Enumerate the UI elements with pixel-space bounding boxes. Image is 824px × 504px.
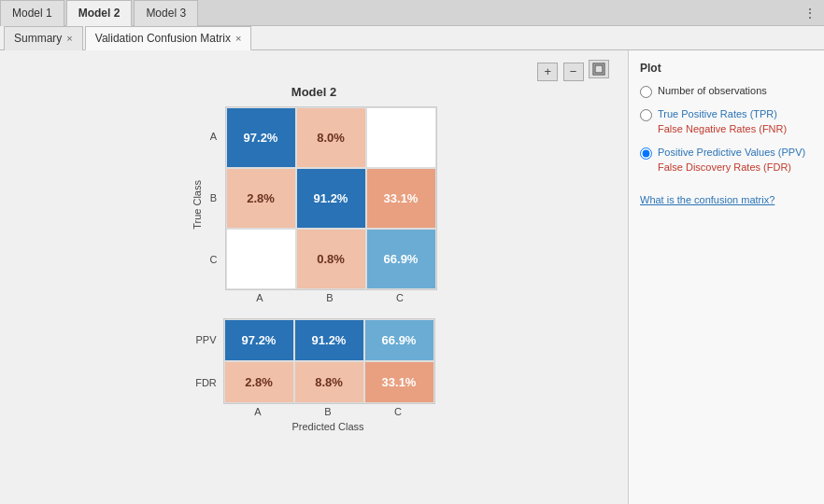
summary-row-label-FDR: FDR	[193, 361, 220, 403]
matrix-cell-0: 97.2%	[226, 107, 296, 168]
matrix-cell-5: 33.1%	[366, 168, 436, 229]
matrix-cell-8: 66.9%	[366, 229, 436, 289]
chart-title: Model 2	[291, 85, 336, 99]
radio-ppv-input[interactable]	[640, 147, 652, 160]
radio-ppv-label: Positive Predictive Values (PPV) False D…	[658, 146, 805, 175]
radio-tpr-fnr[interactable]: True Positive Rates (TPR) False Negative…	[640, 107, 813, 136]
matrix-cell-6	[226, 229, 296, 289]
summary-cell-5: 33.1%	[364, 361, 434, 403]
row-label-B: B	[206, 167, 221, 228]
summary-cell-3: 2.8%	[224, 361, 294, 403]
tab-summary[interactable]: Summary ×	[4, 26, 83, 50]
col-label-C: C	[365, 292, 435, 303]
tab-model1[interactable]: Model 1	[0, 0, 64, 26]
second-tab-bar: Summary × Validation Confusion Matrix ×	[0, 26, 824, 50]
svg-rect-1	[595, 65, 603, 73]
tab-validation[interactable]: Validation Confusion Matrix ×	[85, 26, 252, 50]
tab-validation-close[interactable]: ×	[235, 33, 241, 44]
radio-tpr-input[interactable]	[640, 109, 652, 121]
matrix-cell-1: 8.0%	[296, 107, 366, 168]
tab-model2[interactable]: Model 2	[66, 0, 133, 26]
panel-title: Plot	[640, 62, 813, 75]
confusion-matrix-grid: 97.2%8.0%2.8%91.2%33.1%0.8%66.9%	[225, 106, 437, 290]
summary-col-C: C	[363, 406, 433, 417]
toolbar-icons: + −	[535, 60, 609, 81]
zoom-out-button[interactable]: −	[563, 63, 584, 81]
radio-obs-label: Number of observations	[658, 84, 767, 98]
summary-col-labels: A B C	[223, 406, 433, 417]
y-axis-label: True Class	[192, 180, 203, 230]
col-labels: A B C	[225, 292, 435, 303]
col-label-A: A	[225, 292, 295, 303]
restore-button[interactable]	[589, 60, 609, 78]
matrix-cell-3: 2.8%	[226, 168, 296, 229]
matrix-cell-2	[366, 107, 436, 168]
summary-cell-1: 91.2%	[294, 319, 364, 361]
right-panel: Plot Number of observations True Positiv…	[628, 50, 824, 504]
x-axis-label: Predicted Class	[223, 421, 433, 432]
top-tab-bar: Model 1 Model 2 Model 3 ⋮	[0, 0, 824, 26]
matrix-cell-4: 91.2%	[296, 168, 366, 229]
radio-observations[interactable]: Number of observations	[640, 84, 813, 98]
more-options-button[interactable]: ⋮	[796, 1, 824, 25]
summary-row-label-PPV: PPV	[193, 318, 220, 360]
radio-obs-input[interactable]	[640, 86, 652, 98]
zoom-in-button[interactable]: +	[537, 63, 558, 81]
chart-area: + − Model 2 True Class A	[0, 50, 628, 504]
summary-cell-4: 8.8%	[294, 361, 364, 403]
summary-cell-0: 97.2%	[224, 319, 294, 361]
row-label-C: C	[206, 229, 221, 289]
tab-summary-close[interactable]: ×	[66, 33, 72, 44]
main-content: + − Model 2 True Class A	[0, 50, 824, 504]
summary-col-B: B	[293, 406, 363, 417]
col-label-B: B	[295, 292, 365, 303]
summary-cell-2: 66.9%	[364, 319, 434, 361]
row-label-A: A	[206, 106, 221, 167]
summary-col-A: A	[223, 406, 293, 417]
radio-ppv-fdr[interactable]: Positive Predictive Values (PPV) False D…	[640, 146, 813, 175]
restore-icon	[592, 63, 605, 76]
matrix-cell-7: 0.8%	[296, 229, 366, 289]
help-link[interactable]: What is the confusion matrix?	[640, 194, 774, 205]
confusion-matrix-section: True Class A B C 97.2%8.0%2.8%91.2%33.1%…	[192, 106, 437, 303]
summary-grid: 97.2%91.2%66.9%2.8%8.8%33.1%	[223, 318, 435, 404]
tab-model3[interactable]: Model 3	[134, 0, 198, 26]
radio-tpr-label: True Positive Rates (TPR) False Negative…	[658, 107, 787, 136]
